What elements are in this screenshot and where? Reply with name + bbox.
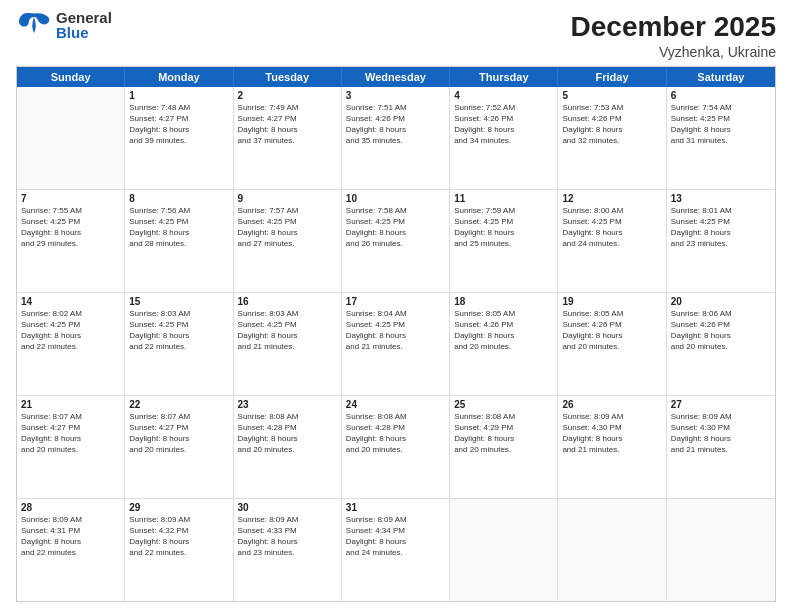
calendar-cell: 24Sunrise: 8:08 AMSunset: 4:28 PMDayligh…: [342, 396, 450, 498]
cell-info-line: Sunrise: 8:09 AM: [346, 514, 445, 525]
cell-info-line: Sunrise: 8:04 AM: [346, 308, 445, 319]
cell-info-line: Daylight: 8 hours: [671, 124, 771, 135]
cell-info-line: Daylight: 8 hours: [346, 124, 445, 135]
cell-info-line: Daylight: 8 hours: [454, 330, 553, 341]
calendar-cell: 10Sunrise: 7:58 AMSunset: 4:25 PMDayligh…: [342, 190, 450, 292]
day-number: 11: [454, 193, 553, 204]
calendar-cell: [558, 499, 666, 601]
day-number: 3: [346, 90, 445, 101]
calendar-cell: 8Sunrise: 7:56 AMSunset: 4:25 PMDaylight…: [125, 190, 233, 292]
calendar-cell: 27Sunrise: 8:09 AMSunset: 4:30 PMDayligh…: [667, 396, 775, 498]
header-day-wednesday: Wednesday: [342, 67, 450, 87]
calendar-cell: 16Sunrise: 8:03 AMSunset: 4:25 PMDayligh…: [234, 293, 342, 395]
calendar-cell: 14Sunrise: 8:02 AMSunset: 4:25 PMDayligh…: [17, 293, 125, 395]
cell-info-line: Sunset: 4:30 PM: [562, 422, 661, 433]
cell-info-line: Sunset: 4:25 PM: [671, 113, 771, 124]
cell-info-line: Sunset: 4:25 PM: [454, 216, 553, 227]
header: General Blue December 2025 Vyzhenka, Ukr…: [16, 10, 776, 60]
cell-info-line: and 24 minutes.: [562, 238, 661, 249]
day-number: 13: [671, 193, 771, 204]
day-number: 4: [454, 90, 553, 101]
cell-info-line: Daylight: 8 hours: [238, 433, 337, 444]
header-day-saturday: Saturday: [667, 67, 775, 87]
cell-info-line: Sunset: 4:27 PM: [21, 422, 120, 433]
cell-info-line: Sunrise: 7:56 AM: [129, 205, 228, 216]
cell-info-line: Sunset: 4:25 PM: [21, 216, 120, 227]
cell-info-line: Sunrise: 8:08 AM: [454, 411, 553, 422]
cell-info-line: and 22 minutes.: [21, 341, 120, 352]
cell-info-line: and 22 minutes.: [21, 547, 120, 558]
cell-info-line: and 20 minutes.: [671, 341, 771, 352]
cell-info-line: and 20 minutes.: [454, 341, 553, 352]
calendar-row-1: 1Sunrise: 7:48 AMSunset: 4:27 PMDaylight…: [17, 87, 775, 190]
cell-info-line: Sunset: 4:26 PM: [562, 319, 661, 330]
day-number: 21: [21, 399, 120, 410]
header-day-thursday: Thursday: [450, 67, 558, 87]
day-number: 17: [346, 296, 445, 307]
cell-info-line: and 21 minutes.: [671, 444, 771, 455]
calendar-cell: [450, 499, 558, 601]
cell-info-line: Daylight: 8 hours: [562, 433, 661, 444]
calendar-cell: 15Sunrise: 8:03 AMSunset: 4:25 PMDayligh…: [125, 293, 233, 395]
cell-info-line: and 25 minutes.: [454, 238, 553, 249]
cell-info-line: Daylight: 8 hours: [454, 124, 553, 135]
calendar-title: December 2025: [571, 10, 776, 44]
cell-info-line: Sunset: 4:25 PM: [346, 319, 445, 330]
cell-info-line: Sunset: 4:25 PM: [346, 216, 445, 227]
cell-info-line: and 24 minutes.: [346, 547, 445, 558]
day-number: 31: [346, 502, 445, 513]
calendar-cell: 7Sunrise: 7:55 AMSunset: 4:25 PMDaylight…: [17, 190, 125, 292]
cell-info-line: Sunrise: 8:09 AM: [562, 411, 661, 422]
day-number: 5: [562, 90, 661, 101]
calendar-cell: 31Sunrise: 8:09 AMSunset: 4:34 PMDayligh…: [342, 499, 450, 601]
calendar-cell: 9Sunrise: 7:57 AMSunset: 4:25 PMDaylight…: [234, 190, 342, 292]
cell-info-line: and 39 minutes.: [129, 135, 228, 146]
cell-info-line: Sunset: 4:26 PM: [671, 319, 771, 330]
calendar-row-5: 28Sunrise: 8:09 AMSunset: 4:31 PMDayligh…: [17, 499, 775, 601]
cell-info-line: Daylight: 8 hours: [21, 330, 120, 341]
cell-info-line: and 22 minutes.: [129, 547, 228, 558]
header-day-sunday: Sunday: [17, 67, 125, 87]
cell-info-line: Daylight: 8 hours: [129, 124, 228, 135]
cell-info-line: and 21 minutes.: [562, 444, 661, 455]
title-block: December 2025 Vyzhenka, Ukraine: [571, 10, 776, 60]
cell-info-line: Daylight: 8 hours: [562, 330, 661, 341]
cell-info-line: Sunset: 4:25 PM: [129, 319, 228, 330]
cell-info-line: and 34 minutes.: [454, 135, 553, 146]
day-number: 20: [671, 296, 771, 307]
cell-info-line: Sunrise: 7:51 AM: [346, 102, 445, 113]
day-number: 30: [238, 502, 337, 513]
calendar-row-2: 7Sunrise: 7:55 AMSunset: 4:25 PMDaylight…: [17, 190, 775, 293]
cell-info-line: Sunset: 4:25 PM: [129, 216, 228, 227]
cell-info-line: Sunrise: 8:09 AM: [129, 514, 228, 525]
day-number: 18: [454, 296, 553, 307]
cell-info-line: Sunrise: 8:09 AM: [671, 411, 771, 422]
calendar-cell: 1Sunrise: 7:48 AMSunset: 4:27 PMDaylight…: [125, 87, 233, 189]
cell-info-line: Sunset: 4:25 PM: [562, 216, 661, 227]
cell-info-line: Daylight: 8 hours: [454, 433, 553, 444]
calendar-cell: 11Sunrise: 7:59 AMSunset: 4:25 PMDayligh…: [450, 190, 558, 292]
cell-info-line: Sunrise: 7:48 AM: [129, 102, 228, 113]
calendar-body: 1Sunrise: 7:48 AMSunset: 4:27 PMDaylight…: [17, 87, 775, 601]
cell-info-line: Sunrise: 8:09 AM: [238, 514, 337, 525]
day-number: 2: [238, 90, 337, 101]
cell-info-line: and 29 minutes.: [21, 238, 120, 249]
cell-info-line: Sunrise: 8:07 AM: [129, 411, 228, 422]
cell-info-line: Daylight: 8 hours: [454, 227, 553, 238]
day-number: 12: [562, 193, 661, 204]
cell-info-line: Daylight: 8 hours: [346, 536, 445, 547]
logo-text: General Blue: [56, 10, 112, 40]
cell-info-line: Sunset: 4:32 PM: [129, 525, 228, 536]
cell-info-line: Daylight: 8 hours: [21, 433, 120, 444]
cell-info-line: Sunrise: 8:02 AM: [21, 308, 120, 319]
day-number: 22: [129, 399, 228, 410]
cell-info-line: Sunset: 4:27 PM: [238, 113, 337, 124]
calendar-cell: 19Sunrise: 8:05 AMSunset: 4:26 PMDayligh…: [558, 293, 666, 395]
cell-info-line: Sunrise: 8:00 AM: [562, 205, 661, 216]
day-number: 7: [21, 193, 120, 204]
calendar-cell: 13Sunrise: 8:01 AMSunset: 4:25 PMDayligh…: [667, 190, 775, 292]
calendar-cell: [17, 87, 125, 189]
cell-info-line: Sunset: 4:28 PM: [346, 422, 445, 433]
cell-info-line: Daylight: 8 hours: [671, 330, 771, 341]
calendar-row-4: 21Sunrise: 8:07 AMSunset: 4:27 PMDayligh…: [17, 396, 775, 499]
